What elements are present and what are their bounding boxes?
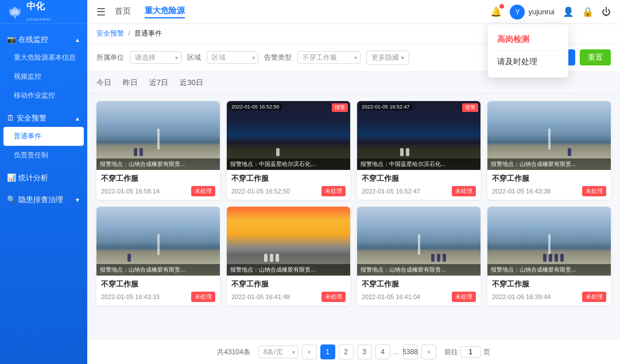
pagination: 共43104条 8条/页 ‹ 1 2 3 4 ... 5388 › 前往 页 (87, 339, 620, 364)
date-tab-30days[interactable]: 近30日 (180, 76, 203, 89)
next-page-btn[interactable]: › (421, 344, 436, 359)
sidebar-item-online-monitor-label: 📷 在线监控 (7, 34, 48, 45)
filter-unit-select[interactable]: 请选择 (130, 51, 181, 64)
video-location-4: 报警地点：山纳合成橡胶有限责... (487, 158, 611, 170)
video-card-2[interactable]: 2022-01-05 16:52:50 报警 报警地点：中国蓝星哈尔滨石化...… (227, 101, 350, 200)
reset-button[interactable]: 重置 (580, 49, 611, 65)
video-meta-3: 2022-01-05 16:52:47 未处理 (362, 186, 476, 196)
goto-input[interactable] (460, 346, 481, 358)
video-card-6[interactable]: 报警地点：山纳合成橡胶有限责... 不穿工作服 2022-01-05 16:41… (227, 207, 350, 305)
page-unit: 页 (483, 347, 490, 357)
filter-area-label: 区域 (187, 53, 201, 63)
video-card-3[interactable]: 2022-01-05 16:52:47 报警 报警地点：中国蓝星哈尔滨石化...… (357, 101, 480, 200)
video-location-1: 报警地点：山纳合成橡胶有限责... (96, 158, 220, 170)
sidebar-item-hidden-hazard[interactable]: 🔍 隐患排查治理 ▼ (0, 189, 87, 208)
page-btn-2[interactable]: 2 (339, 344, 354, 359)
sidebar-item-safety-warning[interactable]: 🗓 安全预警 ▲ (0, 107, 87, 127)
chevron-down-icon2: ▾ (401, 55, 404, 61)
date-tab-7days[interactable]: 近7日 (149, 76, 168, 89)
main-content: ☰ 首页 重大危险源 🔔 Y yujunrui 👤 🔒 ⏻ 安全预警 / 普通事… (87, 0, 620, 364)
people-3 (400, 148, 409, 156)
filter-type-select[interactable]: 不穿工作服 (297, 51, 361, 64)
person-icon (406, 148, 409, 156)
sidebar-item-safety-warning-label: 🗓 安全预警 (7, 113, 46, 123)
status-badge-8: 未处理 (582, 292, 606, 302)
filter-area-wrap: 区域 (207, 51, 258, 64)
topnav-tabs: 首页 重大危险源 (115, 6, 490, 18)
date-tab-yesterday[interactable]: 昨日 (123, 76, 138, 89)
prev-page-btn[interactable]: ‹ (302, 344, 317, 359)
video-card-1[interactable]: 报警地点：山纳合成橡胶有限责... 不穿工作服 2022-01-05 16:58… (96, 101, 220, 200)
video-card-8[interactable]: 报警地点：山纳合成橡胶有限责... 不穿工作服 2022-01-05 16:39… (487, 207, 611, 305)
sidebar-item-general-events[interactable]: 普通事件 (3, 127, 84, 146)
sidebar-item-mobile-monitor[interactable]: 移动作业监控 (0, 86, 87, 105)
page-btn-1[interactable]: 1 (320, 344, 335, 359)
sidebar-item-video-monitor[interactable]: 视频监控 (0, 67, 87, 86)
status-badge-1: 未处理 (191, 186, 215, 196)
breadcrumb-level2: 普通事件 (134, 29, 162, 37)
people-5 (127, 254, 131, 262)
video-time-4: 2022-01-05 16:43:38 (492, 188, 551, 195)
logo-sub-text: sinochem (26, 17, 51, 22)
hamburger-icon[interactable]: ☰ (96, 6, 106, 18)
people-2 (276, 148, 280, 156)
dropdown-item-timely-handle[interactable]: 请及时处理 (497, 53, 559, 71)
user-menu[interactable]: Y yujunrui (510, 5, 555, 20)
sidebar-item-video-monitor-label: 视频监控 (14, 72, 41, 80)
filter-more-button[interactable]: 更多隐藏 ▾ (366, 51, 409, 65)
page-btn-4[interactable]: 4 (375, 344, 390, 359)
lock-icon[interactable]: 🔒 (582, 6, 594, 17)
dropdown-popup: 高岗检测 请及时处理 (488, 24, 568, 78)
sidebar-item-responsibility[interactable]: 负责责任制 (0, 146, 87, 165)
power-icon[interactable]: ⏻ (602, 7, 611, 17)
page-size-select[interactable]: 8条/页 (258, 346, 299, 358)
video-time-8: 2022-01-05 16:39:44 (492, 293, 551, 300)
logo: 中化 sinochem (0, 0, 87, 24)
person-icon (560, 254, 564, 262)
breadcrumb-level1[interactable]: 安全预警 (96, 29, 124, 37)
tab-major-hazard[interactable]: 重大危险源 (145, 6, 185, 18)
filter-type-label: 告警类型 (264, 53, 292, 63)
sidebar-item-responsibility-label: 负责责任制 (14, 151, 48, 159)
page-btn-last[interactable]: 5388 (403, 344, 418, 359)
bell-icon[interactable]: 🔔 (490, 6, 502, 17)
road-markings-7 (418, 234, 420, 255)
video-card-4[interactable]: 报警地点：山纳合成橡胶有限责... 不穿工作服 2022-01-05 16:43… (487, 101, 611, 200)
topnav: ☰ 首页 重大危险源 🔔 Y yujunrui 👤 🔒 ⏻ (87, 0, 620, 24)
sidebar-item-stats[interactable]: 📊 统计分析 (0, 167, 87, 187)
logo-text-group: 中化 sinochem (26, 1, 51, 23)
road-markings-1 (157, 129, 160, 149)
video-meta-7: 2022-01-05 16:41:04 未处理 (362, 292, 476, 302)
page-ellipsis: ... (394, 348, 400, 356)
road-markings-8 (548, 234, 551, 255)
sidebar-item-online-monitor[interactable]: 📷 在线监控 ▲ (0, 29, 87, 48)
video-meta-5: 2022-01-05 16:43:33 未处理 (101, 292, 215, 302)
video-type-3: 不穿工作服 (362, 173, 476, 184)
filter-area-select[interactable]: 区域 (207, 51, 258, 64)
person-icon (140, 148, 143, 156)
road-markings-5 (157, 234, 160, 255)
user-icon[interactable]: 👤 (563, 6, 574, 17)
sidebar-item-hazard-info-label: 重大危险源基本信息 (14, 53, 76, 61)
chevron-up-icon2: ▲ (75, 115, 80, 122)
logo-icon (7, 4, 23, 20)
video-type-4: 不穿工作服 (492, 173, 606, 184)
video-location-5: 报警地点：山纳合成橡胶有限责... (96, 264, 220, 276)
person-icon (270, 254, 273, 262)
person-icon (568, 148, 571, 156)
video-meta-8: 2022-01-05 16:39:44 未处理 (492, 292, 606, 302)
tab-home[interactable]: 首页 (115, 6, 131, 18)
video-thumb-3: 2022-01-05 16:52:47 报警 报警地点：中国蓝星哈尔滨石化... (357, 101, 480, 170)
dropdown-item-ai-detect[interactable]: 高岗检测 (497, 31, 559, 48)
video-location-6: 报警地点：山纳合成橡胶有限责... (227, 264, 350, 276)
person-icon (400, 148, 404, 156)
sidebar-item-hazard-info[interactable]: 重大危险源基本信息 (0, 48, 87, 67)
notification-badge (499, 4, 504, 9)
page-btn-3[interactable]: 3 (357, 344, 372, 359)
video-thumb-6: 报警地点：山纳合成橡胶有限责... (227, 207, 350, 276)
date-tab-today[interactable]: 今日 (96, 76, 111, 89)
video-card-5[interactable]: 报警地点：山纳合成橡胶有限责... 不穿工作服 2022-01-05 16:43… (96, 207, 220, 305)
person-icon (549, 254, 552, 262)
video-info-5: 不穿工作服 2022-01-05 16:43:33 未处理 (96, 276, 220, 305)
video-card-7[interactable]: 报警地点：山纳合成橡胶有限责... 不穿工作服 2022-01-05 16:41… (357, 207, 480, 305)
